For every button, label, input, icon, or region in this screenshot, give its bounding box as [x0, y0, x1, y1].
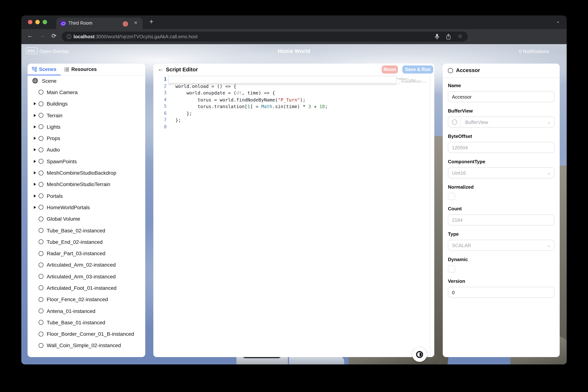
- tree-item-terrain[interactable]: Terrain: [28, 110, 145, 121]
- chevron-right-icon[interactable]: [34, 171, 36, 174]
- tree-item-buildings[interactable]: Buildings: [28, 98, 145, 110]
- chevron-right-icon[interactable]: [34, 102, 36, 105]
- tree-item-radar-part-03-instanced[interactable]: Radar_Part_03-instanced: [28, 248, 145, 259]
- input-value: 120504: [452, 145, 468, 150]
- code-token: 18: [319, 104, 325, 109]
- tree-item-label: MeshCombineStudioBackdrop: [47, 170, 116, 176]
- browser-toolbar: ← → ⟳ ⓘ localhost:3000/world/!vjrzmTVOcy…: [21, 29, 567, 44]
- bufferview-select[interactable]: BufferView⌄: [448, 116, 554, 128]
- reload-icon[interactable]: ⟳: [52, 32, 56, 39]
- tree-item-label: Radar_Part_03-instanced: [47, 250, 105, 256]
- normalized-checkbox[interactable]: [448, 193, 455, 200]
- script-editor-panel: ← Script Editor Reset Save & Run world.o…: [153, 64, 434, 357]
- tree-item-floor-border-corner-01-b-instanced[interactable]: Floor_Border_Corner_01_B-instanced: [28, 328, 145, 340]
- tree-item-audio[interactable]: Audio: [28, 144, 145, 156]
- field-label-version: Version: [448, 278, 554, 284]
- traffic-light-minimize-icon[interactable]: [35, 20, 40, 24]
- node-circle-icon: [38, 332, 44, 336]
- node-circle-icon: [38, 101, 44, 106]
- tree-item-scene[interactable]: Scene: [28, 75, 145, 86]
- field-label-type: Type: [448, 231, 554, 237]
- dynamic-checkbox[interactable]: [448, 265, 455, 272]
- traffic-light-zoom-icon[interactable]: [43, 20, 47, 24]
- node-circle-icon: [38, 194, 44, 198]
- chevron-right-icon[interactable]: [34, 160, 36, 163]
- contrast-toggle-button[interactable]: [412, 347, 427, 362]
- tree-item-lights[interactable]: Lights: [28, 121, 145, 132]
- back-icon[interactable]: ←: [27, 32, 33, 39]
- script-editor-title: Script Editor: [166, 66, 198, 72]
- tree-item-articulated-arm-03-instanced[interactable]: Articulated_Arm_03-instanced: [28, 271, 145, 282]
- tree-item-tube-end-02-instanced[interactable]: Tube_End_02-instanced: [28, 236, 145, 248]
- back-arrow-icon[interactable]: ←: [158, 66, 164, 72]
- chevron-right-icon[interactable]: [34, 114, 36, 117]
- select-value: Uint16: [452, 170, 466, 176]
- chevron-down-icon: ⌄: [547, 120, 550, 124]
- new-tab-button[interactable]: +: [149, 18, 153, 26]
- code-token: dt: [236, 90, 242, 96]
- traffic-light-close-icon[interactable]: [28, 20, 32, 24]
- chevron-right-icon[interactable]: [34, 148, 36, 151]
- code-line-7[interactable]: };: [176, 117, 181, 123]
- code-token: ;: [325, 104, 328, 109]
- select-value: BufferView: [465, 119, 488, 125]
- code-line-3[interactable]: world.onupdate = (dt, time) => {: [176, 90, 275, 96]
- code-editor[interactable]: world.onload = () => { world.onupdate = …: [153, 76, 434, 357]
- chevron-right-icon[interactable]: [34, 183, 36, 186]
- tree-item-tube-base-02-instanced[interactable]: Tube_Base_02-instanced: [28, 225, 145, 236]
- tab-search-chevron-icon[interactable]: ⌄: [556, 18, 560, 24]
- browser-tab[interactable]: Third Room ✕: [56, 18, 143, 29]
- version-input[interactable]: 0: [448, 287, 554, 298]
- address-bar[interactable]: ⓘ localhost:3000/world/!vjrzmTVOcyIsLgaA…: [62, 32, 468, 42]
- url-text[interactable]: localhost:3000/world/!vjrzmTVOcyIsLgaAkA…: [74, 34, 198, 39]
- tree-item-floor-fence-02-instanced[interactable]: Floor_Fence_02-instanced: [28, 294, 145, 305]
- code-line-2[interactable]: world.onload = () => {: [176, 83, 236, 89]
- tree-item-spawnpoints[interactable]: SpawnPoints: [28, 156, 145, 167]
- save-and-run-button[interactable]: Save & Run: [402, 66, 433, 74]
- tree-item-antena-01-instanced[interactable]: Antena_01-instanced: [28, 305, 145, 317]
- accessor-panel: Accessor NameAccessorBufferViewBufferVie…: [443, 64, 560, 357]
- editor-minimap[interactable]: world.onload = () => { world.onupdate = …: [397, 77, 420, 86]
- node-circle-icon: [38, 216, 44, 221]
- tree-item-meshcombinestudiobackdrop[interactable]: MeshCombineStudioBackdrop: [28, 167, 145, 179]
- code-line-4[interactable]: torus = world.findNodeByName("P_Turn");: [176, 97, 306, 102]
- node-circle-icon: [38, 286, 44, 290]
- type-select[interactable]: SCALAR⌄: [448, 240, 554, 251]
- tree-item-articulated-foot-01-instanced[interactable]: Articulated_Foot_01-instanced: [28, 282, 145, 294]
- forward-icon[interactable]: →: [39, 32, 45, 39]
- tree-item-label: Floor_Border_Corner_01_B-instanced: [47, 331, 134, 337]
- byteoffset-input[interactable]: 120504: [448, 142, 554, 153]
- bookmark-star-icon[interactable]: ☆: [458, 33, 462, 39]
- node-circle-icon: [38, 182, 44, 187]
- code-line-6[interactable]: };: [176, 110, 192, 116]
- chevron-right-icon[interactable]: [34, 194, 36, 197]
- componenttype-select[interactable]: Uint16⌄: [448, 167, 554, 178]
- chevron-right-icon[interactable]: [34, 126, 36, 128]
- code-line-5[interactable]: torus.translation[1] = Math.sin(time) * …: [176, 104, 328, 109]
- tree-item-portals[interactable]: Portals: [28, 190, 145, 202]
- tree-item-global-volume[interactable]: Global Volume: [28, 213, 145, 225]
- tree-item-homeworldportals[interactable]: HomeWorldPortals: [28, 202, 145, 213]
- count-input[interactable]: 2184: [448, 214, 554, 226]
- chevron-right-icon[interactable]: [34, 206, 36, 209]
- tree-item-props[interactable]: Props: [28, 132, 145, 144]
- reset-button[interactable]: Reset: [382, 66, 398, 74]
- notifications-count[interactable]: 0 Notifications: [519, 48, 549, 54]
- tab-scenes[interactable]: Scenes: [32, 64, 56, 75]
- name-input[interactable]: Accessor: [448, 91, 554, 102]
- tree-item-wall-coin-simple-02-instanced[interactable]: Wall_Coin_Simple_02-instanced: [28, 340, 145, 351]
- chevron-down-icon: ⌄: [547, 243, 550, 248]
- tab-close-icon[interactable]: ✕: [134, 20, 138, 25]
- field-label-dynamic: Dynamic: [448, 257, 554, 262]
- share-icon[interactable]: [446, 34, 451, 40]
- chevron-right-icon[interactable]: [34, 137, 36, 140]
- site-info-icon[interactable]: ⓘ: [66, 34, 71, 40]
- tree-item-meshcombinestudioterrain[interactable]: MeshCombineStudioTerrain: [28, 178, 145, 190]
- tree-item-articulated-arm-02-instanced[interactable]: Articulated_Arm_02-instanced: [28, 259, 145, 271]
- tree-item-tube-base-01-instanced[interactable]: Tube_Base_01-instanced: [28, 316, 145, 328]
- tree-item-label: SpawnPoints: [47, 158, 77, 164]
- microphone-icon[interactable]: [434, 34, 440, 40]
- tab-strip: Third Room ✕ + ⌄: [21, 16, 567, 29]
- tree-item-main-camera[interactable]: Main Camera: [28, 86, 145, 98]
- tab-resources[interactable]: Resources: [64, 64, 97, 75]
